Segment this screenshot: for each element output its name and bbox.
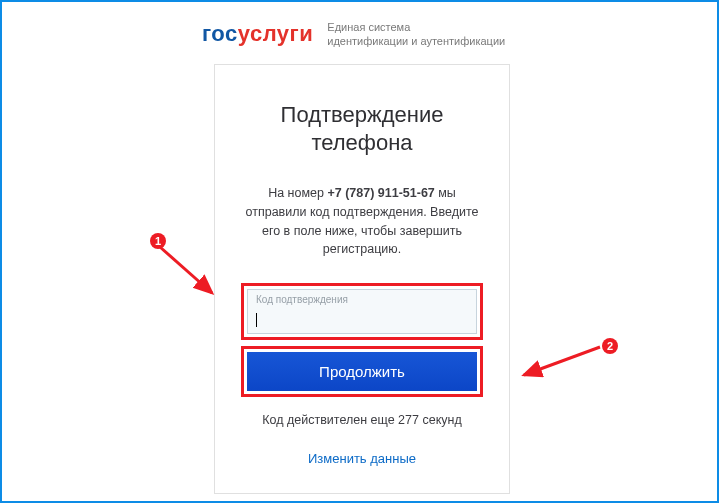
logo-part1: гос: [202, 21, 238, 46]
annotation-badge-1: 1: [150, 233, 166, 249]
logo-part2: услуги: [238, 21, 314, 46]
page-title: Подтверждение телефона: [241, 101, 483, 156]
timer-seconds: 277: [398, 413, 419, 427]
logo: госуслуги: [202, 21, 313, 47]
header: госуслуги Единая система идентификации и…: [2, 2, 717, 49]
code-input-highlight: Код подтверждения: [241, 283, 483, 340]
code-input[interactable]: [256, 309, 468, 324]
instruction-message: На номер +7 (787) 911-51-67 мы отправили…: [241, 184, 483, 259]
code-input-container[interactable]: Код подтверждения: [247, 289, 477, 334]
annotation-badge-2: 2: [602, 338, 618, 354]
annotation-arrow-2: [512, 337, 612, 397]
msg-pre: На номер: [268, 186, 327, 200]
header-subtitle-text: Единая система идентификации и аутентифи…: [327, 21, 505, 47]
text-caret: [256, 313, 257, 327]
verification-card: Подтверждение телефона На номер +7 (787)…: [214, 64, 510, 494]
continue-button-highlight: Продолжить: [241, 346, 483, 397]
timer-post: секунд: [419, 413, 462, 427]
change-data-link[interactable]: Изменить данные: [308, 451, 416, 466]
timer-pre: Код действителен еще: [262, 413, 398, 427]
svg-line-1: [524, 347, 600, 375]
code-input-label: Код подтверждения: [256, 294, 468, 305]
header-subtitle: Единая система идентификации и аутентифи…: [327, 20, 505, 49]
code-timer: Код действителен еще 277 секунд: [241, 413, 483, 427]
phone-number: +7 (787) 911-51-67: [327, 186, 434, 200]
continue-button[interactable]: Продолжить: [247, 352, 477, 391]
svg-line-0: [160, 247, 212, 293]
